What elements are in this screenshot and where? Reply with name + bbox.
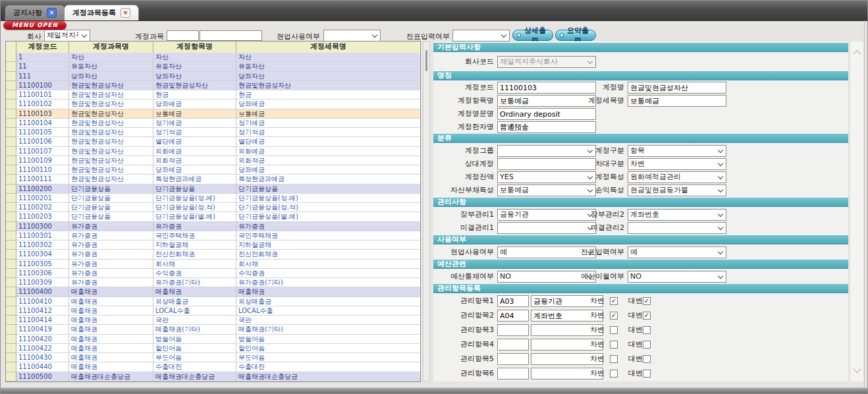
cell-detail[interactable]: 유가증권(기타): [236, 278, 420, 287]
table-row[interactable]: 11100300 유가증권 유가증권 유가증권: [6, 222, 420, 231]
cell-item[interactable]: 단기금융상품: [153, 184, 236, 194]
row-selector-cell[interactable]: [6, 250, 16, 259]
cell-subject[interactable]: 매출채권: [69, 316, 153, 325]
chevron-up-icon[interactable]: [853, 49, 861, 58]
panel-scrollbar[interactable]: [850, 42, 863, 381]
tab-account-registration[interactable]: 계정과목등록 ×: [64, 5, 139, 20]
chevron-down-icon[interactable]: [853, 365, 861, 374]
cell-code[interactable]: 11100422: [16, 344, 69, 353]
table-row[interactable]: 11100400 매출채권 매출채권 매출채권: [6, 287, 420, 296]
cell-item[interactable]: 당좌예금: [153, 99, 236, 109]
cell-code[interactable]: 11100200: [16, 184, 69, 194]
cell-item[interactable]: 외화적금: [153, 156, 236, 165]
credit-checkbox[interactable]: [643, 370, 651, 378]
table-row[interactable]: 11100410 매출채권 외상매출금 외상매출금: [6, 297, 420, 306]
cell-item[interactable]: 특정현금과예금: [153, 175, 236, 184]
cell-code[interactable]: 11100110: [16, 165, 69, 175]
debit-checkbox[interactable]: [610, 312, 618, 320]
cell-item[interactable]: 별단예금: [153, 137, 236, 146]
cell-detail[interactable]: 매출채권: [236, 287, 420, 296]
cell-item[interactable]: 보통예금: [153, 109, 236, 119]
table-row[interactable]: 11100440 매출채권 수출대전 수출대전: [6, 362, 420, 372]
credit-checkbox[interactable]: [643, 341, 651, 349]
cell-detail[interactable]: 특정현금과예금: [236, 175, 420, 184]
cell-item[interactable]: 유가증권: [153, 222, 236, 231]
credit-checkbox[interactable]: [643, 297, 651, 305]
cell-code[interactable]: 11100105: [16, 128, 69, 137]
mgmt-code-input[interactable]: [497, 310, 529, 322]
cell-subject[interactable]: 현금및현금성자산: [69, 119, 153, 128]
row-selector-cell[interactable]: [6, 147, 16, 156]
cell-code[interactable]: 11100304: [16, 250, 69, 259]
tab-close-icon[interactable]: ×: [47, 8, 57, 18]
cell-item[interactable]: 당좌예금: [153, 165, 236, 175]
cell-code[interactable]: 11100309: [16, 278, 69, 287]
table-row[interactable]: 11100420 매출채권 받을어음 받을어음: [6, 335, 420, 344]
budget-carryover-select[interactable]: NO: [628, 271, 726, 283]
cell-code[interactable]: 11100107: [16, 147, 69, 156]
cell-item[interactable]: 수출대전: [153, 362, 236, 372]
cell-subject[interactable]: 현금및현금성자산: [69, 90, 153, 99]
cell-detail[interactable]: 부도어음: [236, 353, 420, 362]
cell-subject[interactable]: 단기금융상품: [69, 184, 153, 194]
row-selector-cell[interactable]: [6, 362, 16, 372]
row-selector-cell[interactable]: [6, 372, 16, 381]
cell-item[interactable]: 외상매출금: [153, 297, 236, 306]
cell-subject[interactable]: 현금및현금성자산: [69, 81, 153, 90]
cell-subject[interactable]: 유가증권: [69, 250, 153, 259]
cell-detail[interactable]: 단기금융상품(정.예): [236, 194, 420, 203]
table-row[interactable]: 11100101 현금및현금성자산 현금 현금: [6, 90, 420, 99]
cell-code[interactable]: 11100302: [16, 240, 69, 250]
table-row[interactable]: 11100304 유가증권 전신전화채권 전신전화채권: [6, 250, 420, 259]
debit-checkbox[interactable]: [610, 341, 618, 349]
account-code-search-input[interactable]: [167, 30, 199, 41]
cell-detail[interactable]: 외화예금: [236, 147, 420, 156]
cell-subject[interactable]: 매출채권: [69, 306, 153, 316]
row-selector-cell[interactable]: [6, 335, 16, 344]
profit-loss-trait-select[interactable]: 현금및현금등가물: [628, 184, 726, 196]
cell-item[interactable]: 외화예금: [153, 147, 236, 156]
cell-code[interactable]: 11100500: [16, 372, 69, 381]
cell-subject[interactable]: 매출채권: [69, 362, 153, 372]
mgmt-code-input[interactable]: [497, 339, 529, 351]
cell-detail[interactable]: 매출채권(기타): [236, 325, 420, 334]
cell-detail[interactable]: 지하철공채: [236, 240, 420, 250]
table-row[interactable]: 11100419 매출채권 매출채권(기타) 매출채권(기타): [6, 325, 420, 334]
cell-code[interactable]: 11100106: [16, 137, 69, 146]
cell-subject[interactable]: 현금및현금성자산: [69, 128, 153, 137]
open-mgmt2-select[interactable]: [628, 222, 726, 234]
cell-detail[interactable]: 국민주택채권: [236, 231, 420, 240]
cell-item[interactable]: 국판: [153, 316, 236, 325]
cell-detail[interactable]: 보통예금: [236, 109, 420, 119]
cell-item[interactable]: 회사채: [153, 260, 236, 269]
cell-code[interactable]: 11100306: [16, 269, 69, 278]
cell-subject[interactable]: 현금및현금성자산: [69, 165, 153, 175]
cell-detail[interactable]: 자산: [236, 53, 420, 62]
debit-checkbox[interactable]: [610, 355, 618, 363]
table-row[interactable]: 11100306 유가증권 수익증권 수익증권: [6, 269, 420, 278]
table-row[interactable]: 11100106 현금및현금성자산 별단예금 별단예금: [6, 137, 420, 146]
cell-subject[interactable]: 매출채권: [69, 335, 153, 344]
row-selector-cell[interactable]: [6, 222, 16, 231]
debit-checkbox[interactable]: [610, 370, 618, 378]
cell-subject[interactable]: 유가증권: [69, 222, 153, 231]
row-selector-cell[interactable]: [6, 194, 16, 203]
cell-subject[interactable]: 단기금융상품: [69, 194, 153, 203]
row-selector-cell[interactable]: [6, 53, 16, 62]
cell-detail[interactable]: 단기금융상품(별.예): [236, 212, 420, 221]
row-selector-cell[interactable]: [6, 269, 16, 278]
table-row[interactable]: 11 유동자산 유동자산 유동자산: [6, 62, 420, 71]
table-row[interactable]: 11100105 현금및현금성자산 정기적금 정기적금: [6, 128, 420, 137]
row-selector-cell[interactable]: [6, 128, 16, 137]
cell-subject[interactable]: 현금및현금성자산: [69, 156, 153, 165]
table-row[interactable]: 11100305 유가증권 회사채 회사채: [6, 260, 420, 269]
table-row[interactable]: 11100100 현금및현금성자산 현금및현금성자산 현금및현금성자산: [6, 81, 420, 90]
row-selector-cell[interactable]: [6, 231, 16, 240]
table-row[interactable]: 11100110 현금및현금성자산 당좌예금 당좌예금: [6, 165, 420, 175]
table-row[interactable]: 11100309 유가증권 유가증권(기타) 유가증권(기타): [6, 278, 420, 287]
cell-item[interactable]: LOCAL수출: [153, 306, 236, 316]
cell-code[interactable]: 111: [16, 72, 69, 81]
mgmt-code-input[interactable]: [497, 368, 529, 380]
cell-subject[interactable]: 유가증권: [69, 260, 153, 269]
row-selector-cell[interactable]: [6, 240, 16, 250]
